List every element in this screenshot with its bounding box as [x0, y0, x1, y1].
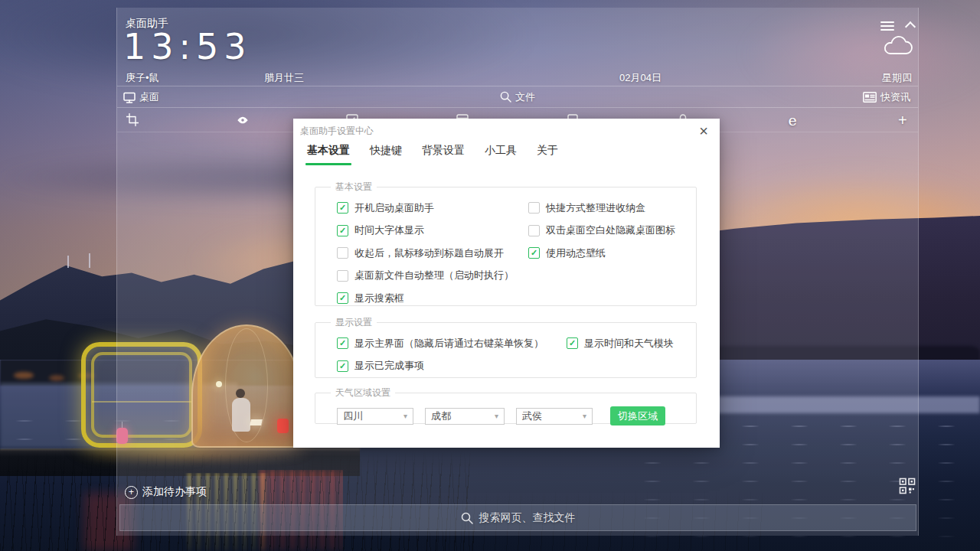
checkbox-label: 时间大字体显示	[354, 223, 424, 237]
city-value: 成都	[431, 409, 451, 423]
add-todo-button[interactable]: + 添加待办事项	[125, 485, 207, 499]
tab-background-settings[interactable]: 背景设置	[420, 144, 466, 165]
checkbox-checked[interactable]: ✓	[337, 202, 348, 214]
nav-news-label: 快资讯	[880, 90, 910, 104]
checkbox-row[interactable]: ✓显示主界面（隐藏后请通过右键菜单恢复）	[337, 332, 567, 355]
checkbox-row[interactable]: 快捷方式整理进收纳盒	[528, 197, 696, 220]
weather-cloud-icon[interactable]	[883, 35, 913, 61]
weather-city-select[interactable]: 成都 ▾	[425, 408, 505, 425]
checkbox-unchecked[interactable]	[528, 202, 540, 214]
search-icon	[461, 512, 473, 524]
chevron-down-icon: ▾	[583, 412, 586, 420]
checkbox-row[interactable]: ✓使用动态壁纸	[528, 242, 696, 265]
checkbox-row[interactable]: ✓显示搜索框	[337, 287, 528, 310]
weather-district-select[interactable]: 武侯 ▾	[516, 408, 593, 425]
tab-shortcuts[interactable]: 快捷键	[368, 144, 403, 165]
checkbox-row[interactable]: 双击桌面空白处隐藏桌面图标	[528, 220, 696, 243]
province-value: 四川	[343, 409, 363, 423]
checkbox-row[interactable]: ✓开机启动桌面助手	[337, 197, 528, 220]
group-legend: 显示设置	[331, 316, 377, 329]
checkbox-checked[interactable]: ✓	[337, 292, 348, 304]
checkbox-label: 快捷方式整理进收纳盒	[546, 201, 645, 215]
checkbox-label: 显示主界面（隐藏后请通过右键菜单恢复）	[354, 337, 544, 350]
group-legend: 天气区域设置	[331, 386, 395, 399]
settings-group-display: 显示设置 ✓显示主界面（隐藏后请通过右键菜单恢复）✓显示已完成事项 ✓显示时间和…	[315, 316, 697, 378]
add-todo-label: 添加待办事项	[142, 485, 207, 499]
date: 02月04日	[619, 71, 662, 85]
checkbox-label: 桌面新文件自动整理（启动时执行）	[354, 269, 514, 282]
nav-news[interactable]: 快资讯	[863, 86, 910, 107]
clock: 13:53	[123, 26, 252, 67]
file-search-label: 文件	[515, 90, 535, 104]
checkbox-checked[interactable]: ✓	[528, 247, 540, 259]
settings-group-weather: 天气区域设置 四川 ▾ 成都 ▾ 武侯 ▾ 切换区域	[315, 386, 697, 424]
chevron-down-icon: ▾	[495, 412, 498, 420]
lunar-year: 庚子•鼠	[126, 71, 159, 85]
checkbox-checked[interactable]: ✓	[337, 337, 348, 349]
checkbox-unchecked[interactable]	[528, 225, 540, 236]
checkbox-checked[interactable]: ✓	[337, 225, 348, 236]
search-icon	[500, 91, 511, 103]
checkbox-checked[interactable]: ✓	[567, 337, 578, 349]
search-input[interactable]: 搜索网页、查找文件	[119, 504, 916, 531]
checkbox-label: 显示时间和天气模块	[584, 337, 674, 350]
nav-row: 桌面 文件 快资讯	[117, 86, 918, 107]
tab-widgets[interactable]: 小工具	[483, 144, 518, 165]
dialog-tabs: 基本设置 快捷键 背景设置 小工具 关于	[305, 144, 560, 165]
checkbox-unchecked[interactable]	[337, 270, 348, 282]
plus-icon[interactable]: +	[897, 114, 909, 126]
checkbox-row[interactable]: 收起后，鼠标移动到标题自动展开	[337, 242, 528, 265]
browser-e-icon[interactable]: e	[786, 114, 799, 126]
checkbox-checked[interactable]: ✓	[337, 360, 348, 372]
tab-basic-settings[interactable]: 基本设置	[305, 144, 351, 165]
dialog-title: 桌面助手设置中心	[300, 125, 374, 138]
checkbox-label: 双击桌面空白处隐藏桌面图标	[546, 223, 675, 237]
weather-province-select[interactable]: 四川 ▾	[337, 408, 413, 425]
menu-icon[interactable]	[880, 21, 894, 31]
collapse-up-icon[interactable]	[905, 21, 916, 32]
news-icon	[863, 92, 877, 103]
settings-dialog: 桌面助手设置中心 × 基本设置 快捷键 背景设置 小工具 关于 基本设置 ✓开机…	[293, 119, 720, 448]
checkbox-row[interactable]: ✓显示已完成事项	[337, 355, 567, 378]
checkbox-row[interactable]: 桌面新文件自动整理（启动时执行）	[337, 265, 528, 288]
checkbox-label: 收起后，鼠标移动到标题自动展开	[354, 246, 504, 260]
checkbox-label: 显示搜索框	[354, 292, 404, 305]
switch-region-button[interactable]: 切换区域	[610, 406, 665, 425]
settings-group-basic: 基本设置 ✓开机启动桌面助手✓时间大字体显示收起后，鼠标移动到标题自动展开桌面新…	[315, 181, 697, 306]
group-legend: 基本设置	[331, 181, 377, 194]
monitor-icon	[123, 91, 136, 103]
checkbox-label: 显示已完成事项	[354, 359, 424, 373]
file-search[interactable]: 文件	[500, 86, 535, 107]
close-icon[interactable]: ×	[695, 122, 712, 140]
screenshot-crop-icon[interactable]	[126, 113, 139, 126]
qr-code-icon[interactable]	[899, 477, 916, 498]
eye-icon[interactable]	[237, 115, 249, 126]
circle-plus-icon: +	[125, 486, 138, 499]
lunar-day: 腊月廿三	[264, 71, 304, 85]
checkbox-unchecked[interactable]	[337, 247, 348, 259]
chevron-down-icon: ▾	[403, 412, 407, 420]
desktop-screen: 桌面助手 13:53 庚子•鼠 腊月廿三 02月04日 星期四 桌面	[0, 0, 980, 551]
district-value: 武侯	[522, 409, 542, 423]
nav-desktop[interactable]: 桌面	[123, 86, 159, 107]
checkbox-label: 开机启动桌面助手	[354, 201, 434, 215]
tab-about[interactable]: 关于	[535, 144, 560, 165]
checkbox-row[interactable]: ✓时间大字体显示	[337, 220, 528, 243]
nav-desktop-label: 桌面	[139, 90, 159, 104]
search-placeholder: 搜索网页、查找文件	[479, 511, 576, 525]
checkbox-row[interactable]: ✓显示时间和天气模块	[567, 332, 696, 355]
checkbox-label: 使用动态壁纸	[546, 246, 606, 260]
weekday: 星期四	[882, 71, 912, 85]
